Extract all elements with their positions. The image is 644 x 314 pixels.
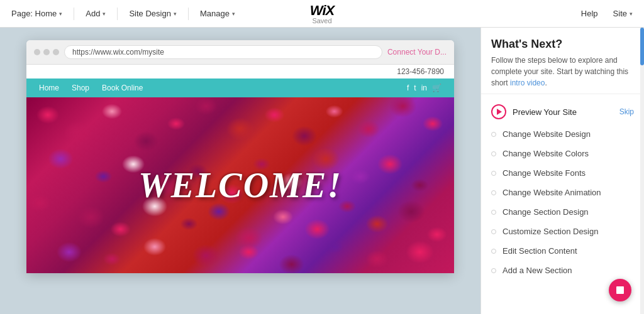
step-dot-edit-content <box>491 249 496 254</box>
panel-item-colors[interactable]: Change Website Colors <box>481 144 644 163</box>
page-selector-chevron: ▾ <box>59 11 62 17</box>
panel-item-animation[interactable]: Change Website Animation <box>481 183 644 202</box>
saved-indicator: Saved <box>312 17 331 24</box>
close-icon <box>616 286 624 294</box>
change-design-label: Change Website Design <box>502 129 634 139</box>
change-fonts-label: Change Website Fonts <box>502 168 634 178</box>
page-selector[interactable]: Page: Home ▾ <box>5 6 69 21</box>
add-menu-chevron: ▾ <box>103 11 106 17</box>
panel-item-edit-content[interactable]: Edit Section Content <box>481 241 644 261</box>
browser-dots <box>34 49 59 55</box>
cart-icon[interactable]: 🛒 <box>432 84 441 92</box>
manage-menu-label: Manage <box>200 9 230 18</box>
panel-item-preview[interactable]: Preview Your Site Skip <box>481 99 644 124</box>
nav-link-shop[interactable]: Shop <box>72 84 89 92</box>
hero-text: WELCOME! <box>138 165 342 205</box>
site-navigation: Home Shop Book Online f t in 🛒 <box>26 78 454 97</box>
browser-url-bar[interactable]: https://www.wix.com/mysite <box>64 45 382 59</box>
browser-url-text: https://www.wix.com/mysite <box>72 48 164 57</box>
manage-menu[interactable]: Manage ▾ <box>194 6 242 21</box>
site-design-menu-label: Site Design <box>129 9 170 18</box>
panel-title: What's Next? <box>491 38 634 51</box>
intro-video-link[interactable]: intro video <box>510 78 545 87</box>
change-colors-label: Change Website Colors <box>502 149 634 158</box>
site-phone-bar: 123-456-7890 <box>26 65 454 78</box>
panel-item-section-design[interactable]: Change Section Design <box>481 202 644 222</box>
site-menu[interactable]: Site ▾ <box>607 6 639 21</box>
step-dot-section-design <box>491 210 496 215</box>
site-menu-chevron: ▾ <box>630 11 633 17</box>
step-dot-fonts <box>491 171 496 176</box>
change-section-design-label: Change Section Design <box>502 207 634 217</box>
nav-separator-2 <box>117 8 118 20</box>
nav-separator-3 <box>188 8 189 20</box>
step-dot-add-section <box>491 268 496 273</box>
change-animation-label: Change Website Animation <box>502 188 634 197</box>
browser-toolbar: https://www.wix.com/mysite Connect Your … <box>26 40 454 65</box>
navbar-right: Help Site ▾ <box>575 6 639 21</box>
page-selector-label: Page: Home <box>11 9 57 18</box>
help-menu[interactable]: Help <box>575 6 604 21</box>
step-dot-design <box>491 132 496 137</box>
nav-separator-1 <box>74 8 74 20</box>
skip-link[interactable]: Skip <box>619 107 634 116</box>
linkedin-icon: in <box>421 84 427 92</box>
site-hero: WELCOME! <box>26 97 454 273</box>
panel-item-add-section[interactable]: Add a New Section <box>481 261 644 280</box>
panel-description: Follow the steps below to explore and co… <box>491 55 634 89</box>
step-dot-colors <box>491 151 496 156</box>
nav-link-home[interactable]: Home <box>39 84 59 92</box>
preview-site-label: Preview Your Site <box>513 107 613 117</box>
site-design-menu[interactable]: Site Design ▾ <box>123 6 182 21</box>
site-content: 123-456-7890 Home Shop Book Online f t i… <box>26 65 454 273</box>
twitter-icon: t <box>414 84 416 92</box>
site-design-menu-chevron: ▾ <box>174 11 177 17</box>
scrollbar-thumb <box>640 28 644 65</box>
edit-section-label: Edit Section Content <box>502 246 634 256</box>
browser-dot-2 <box>43 49 50 55</box>
step-dot-animation <box>491 190 496 195</box>
whats-next-panel: What's Next? Follow the steps below to e… <box>480 28 644 314</box>
panel-header: What's Next? Follow the steps below to e… <box>481 28 644 94</box>
step-dot-customize <box>491 229 496 234</box>
editor-canvas: https://www.wix.com/mysite Connect Your … <box>0 28 480 314</box>
play-triangle <box>497 109 502 115</box>
main-area: https://www.wix.com/mysite Connect Your … <box>0 28 644 314</box>
panel-item-fonts[interactable]: Change Website Fonts <box>481 163 644 183</box>
browser-dot-3 <box>53 49 59 55</box>
navbar-center: WiX Saved <box>310 3 334 24</box>
browser-connect-text[interactable]: Connect Your D... <box>387 48 447 57</box>
navbar: Page: Home ▾ Add ▾ Site Design ▾ Manage … <box>0 0 644 28</box>
facebook-icon: f <box>407 84 409 92</box>
customize-section-label: Customize Section Design <box>502 227 634 236</box>
add-menu-label: Add <box>86 9 100 18</box>
panel-close-button[interactable] <box>609 279 631 301</box>
site-nav-icons: f t in 🛒 <box>407 84 441 92</box>
site-menu-label: Site <box>613 9 627 18</box>
site-phone-number: 123-456-7890 <box>397 67 444 76</box>
panel-scrollbar[interactable] <box>640 28 644 314</box>
help-menu-label: Help <box>581 9 598 18</box>
add-menu[interactable]: Add ▾ <box>79 6 112 21</box>
manage-menu-chevron: ▾ <box>232 11 235 17</box>
browser-dot-1 <box>34 49 40 55</box>
panel-item-design[interactable]: Change Website Design <box>481 124 644 144</box>
nav-link-book[interactable]: Book Online <box>102 84 143 92</box>
navbar-left: Page: Home ▾ Add ▾ Site Design ▾ Manage … <box>5 6 242 21</box>
play-circle-icon <box>491 104 506 119</box>
site-nav-links: Home Shop Book Online <box>39 84 143 92</box>
add-section-label: Add a New Section <box>502 266 634 275</box>
panel-item-customize[interactable]: Customize Section Design <box>481 222 644 241</box>
intro-link-suffix: . <box>545 78 547 87</box>
browser-mockup: https://www.wix.com/mysite Connect Your … <box>26 40 454 273</box>
